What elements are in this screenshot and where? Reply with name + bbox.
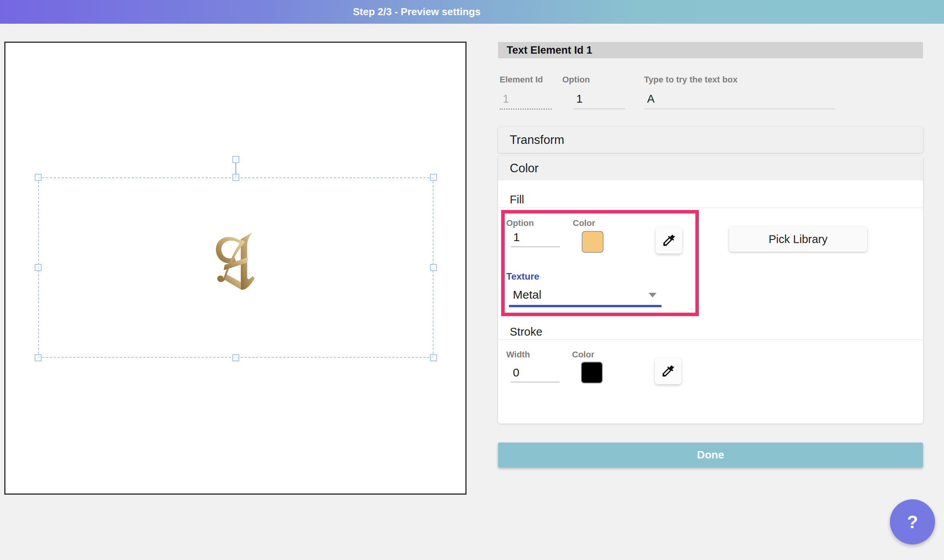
question-mark-icon: ? <box>907 512 918 532</box>
app-root: Step 2/3 - Preview settings <box>0 0 944 560</box>
fill-color-label: Color <box>573 218 595 228</box>
fill-section-heading: Fill <box>510 193 524 206</box>
selection-handle-bottom-right[interactable] <box>430 354 437 361</box>
stroke-divider <box>498 340 923 340</box>
fill-color-swatch[interactable] <box>582 231 604 253</box>
type-text-input[interactable] <box>644 93 835 109</box>
preview-canvas[interactable] <box>4 42 467 495</box>
gold-letter-graphic[interactable] <box>209 231 262 298</box>
selection-handle-top-center[interactable] <box>232 174 239 181</box>
fill-divider <box>498 208 923 208</box>
wizard-step-bar: Step 2/3 - Preview settings <box>0 0 944 24</box>
rotation-handle[interactable] <box>232 156 239 163</box>
eyedropper-icon <box>661 364 676 378</box>
stroke-width-input[interactable] <box>511 366 560 383</box>
selection-handle-top-right[interactable] <box>430 174 437 181</box>
selection-handle-middle-left[interactable] <box>35 264 42 271</box>
stroke-eyedropper-button[interactable] <box>655 358 681 384</box>
arrow-drop-down-icon[interactable] <box>649 293 656 298</box>
element-id-label: Element Id <box>500 75 552 85</box>
stroke-color-label: Color <box>572 350 594 360</box>
element-id-input[interactable] <box>500 93 552 110</box>
fill-option-label: Option <box>506 218 534 228</box>
selection-handle-bottom-left[interactable] <box>35 354 42 361</box>
element-inspector-panel: Text Element Id 1 Element Id Option Type… <box>498 42 923 560</box>
pick-library-button[interactable]: Pick Library <box>729 227 867 252</box>
type-text-field: Type to try the text box <box>644 75 835 109</box>
color-accordion-header[interactable]: Color <box>498 156 923 180</box>
transform-accordion-header[interactable]: Transform <box>498 127 923 153</box>
stroke-width-label: Width <box>506 350 530 360</box>
stroke-color-swatch[interactable] <box>581 362 603 383</box>
texture-label: Texture <box>506 271 539 282</box>
fill-eyedropper-button[interactable] <box>656 227 682 254</box>
element-id-field: Element Id <box>500 75 552 110</box>
eyedropper-icon <box>662 233 676 248</box>
selection-handle-top-left[interactable] <box>35 174 42 181</box>
option-field: Option <box>562 75 625 109</box>
option-input[interactable] <box>573 93 625 109</box>
fill-option-input[interactable] <box>511 231 560 247</box>
transform-accordion[interactable]: Transform <box>498 127 923 153</box>
color-accordion: Color Fill Option Color Texture Metal <box>498 156 923 424</box>
type-text-label: Type to try the text box <box>644 75 835 85</box>
panel-title: Text Element Id 1 <box>498 42 923 58</box>
fill-settings-highlight-box: Option Color Texture Metal <box>501 210 699 316</box>
selection-handle-bottom-center[interactable] <box>232 354 239 361</box>
option-label: Option <box>562 75 625 85</box>
help-button[interactable]: ? <box>890 499 935 544</box>
wizard-step-title: Step 2/3 - Preview settings <box>353 0 481 24</box>
selection-handle-middle-right[interactable] <box>430 264 437 271</box>
texture-select-underline <box>509 305 662 307</box>
stroke-section-heading: Stroke <box>510 326 542 338</box>
texture-select[interactable]: Metal <box>513 288 662 301</box>
done-button[interactable]: Done <box>498 443 923 467</box>
